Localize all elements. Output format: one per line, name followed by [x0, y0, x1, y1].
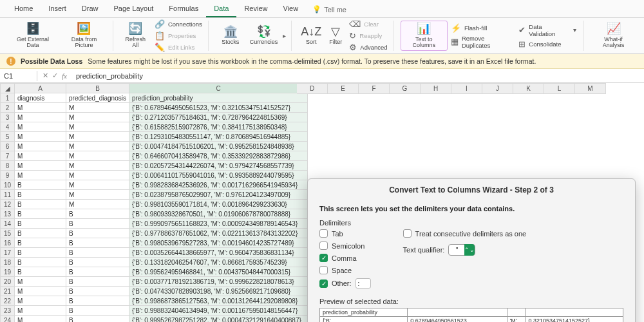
- column-header-I[interactable]: I: [451, 83, 482, 94]
- row-header[interactable]: 3: [1, 113, 15, 122]
- cell[interactable]: {'B': 0.9982836842536926, 'M': 0.0017162…: [129, 180, 307, 190]
- consecutive-delimiters-checkbox[interactable]: Treat consecutive delimiters as one: [403, 229, 527, 238]
- cell[interactable]: B: [66, 229, 129, 238]
- advanced-filter-button[interactable]: ⚙Advanced: [347, 42, 389, 53]
- cell[interactable]: B: [66, 277, 129, 287]
- cell[interactable]: M: [66, 142, 129, 151]
- cell[interactable]: M: [15, 103, 66, 113]
- cell[interactable]: B: [66, 306, 129, 316]
- cell[interactable]: M: [66, 161, 129, 171]
- cell[interactable]: M: [66, 151, 129, 161]
- cell[interactable]: {'B': 0.004741847515106201, 'M': 0.99525…: [129, 142, 307, 151]
- cell[interactable]: M: [15, 113, 66, 122]
- cell[interactable]: B: [15, 180, 66, 190]
- space-checkbox[interactable]: Space: [319, 266, 371, 274]
- cell[interactable]: M: [15, 277, 66, 287]
- tab-review[interactable]: Review: [236, 1, 275, 17]
- text-qualifier-select[interactable]: "⌃⌄: [448, 244, 475, 256]
- cell[interactable]: M: [66, 190, 129, 200]
- cell[interactable]: B: [66, 248, 129, 258]
- row-header[interactable]: 6: [1, 142, 15, 151]
- data-from-picture-button[interactable]: 🖼️Data from Picture: [59, 21, 109, 51]
- row-header[interactable]: 1: [1, 93, 15, 103]
- cell[interactable]: {'B': 0.980939328670501, 'M': 0.01906067…: [129, 209, 307, 219]
- row-header[interactable]: 8: [1, 161, 15, 171]
- other-checkbox[interactable]: ✓Other:: [319, 278, 371, 289]
- cell[interactable]: M: [15, 142, 66, 151]
- column-header-H[interactable]: H: [421, 83, 451, 94]
- column-header-J[interactable]: J: [482, 83, 513, 94]
- cell[interactable]: B: [15, 219, 66, 229]
- cell[interactable]: predicted_diagnosis: [66, 93, 129, 103]
- column-header-E[interactable]: E: [328, 83, 359, 94]
- cell[interactable]: {'B': 0.9778863787651062, 'M': 0.0221136…: [129, 229, 307, 238]
- cell[interactable]: B: [66, 287, 129, 296]
- row-header[interactable]: 16: [1, 238, 15, 248]
- cell[interactable]: B: [15, 190, 66, 200]
- cell[interactable]: {'B': 0.020572543144226074, 'M': 0.97942…: [129, 161, 307, 171]
- row-header[interactable]: 5: [1, 132, 15, 142]
- row-header[interactable]: 12: [1, 200, 15, 209]
- cell[interactable]: M: [15, 296, 66, 306]
- row-header[interactable]: 18: [1, 258, 15, 267]
- cell[interactable]: {'B': 0.6158825159072876, 'M': 0.3841175…: [129, 122, 307, 132]
- cell[interactable]: B: [15, 229, 66, 238]
- cell[interactable]: {'B': 0.9988324046134949, 'M': 0.0011675…: [129, 306, 307, 316]
- row-header[interactable]: 13: [1, 209, 15, 219]
- remove-duplicates-button[interactable]: ▦Remove Duplicates: [449, 34, 515, 50]
- cancel-formula-icon[interactable]: ✕: [43, 71, 48, 80]
- tab-data[interactable]: Data: [206, 1, 236, 17]
- column-header-A[interactable]: A: [15, 84, 66, 93]
- cell[interactable]: M: [66, 171, 129, 180]
- cell[interactable]: M: [15, 316, 66, 323]
- tab-formulas[interactable]: Formulas: [161, 1, 206, 17]
- tell-me[interactable]: 💡 Tell me: [312, 1, 346, 17]
- cell[interactable]: M: [15, 287, 66, 296]
- accept-formula-icon[interactable]: ✓: [52, 71, 58, 80]
- stocks-button[interactable]: 🏛️Stocks: [215, 24, 246, 48]
- spreadsheet-grid[interactable]: ◢ABC 1diagnosispredicted_diagnosispredic…: [0, 83, 308, 322]
- cell[interactable]: M: [15, 306, 66, 316]
- cell[interactable]: M: [66, 200, 129, 209]
- cell[interactable]: B: [15, 258, 66, 267]
- cell[interactable]: {'B': 0.9990975651168823, 'M': 0.0009243…: [129, 219, 307, 229]
- cell[interactable]: prediction_probability: [129, 93, 307, 103]
- cell[interactable]: B: [66, 258, 129, 267]
- row-header[interactable]: 2: [1, 103, 15, 113]
- cell[interactable]: {'B': 0.9986873865127563, 'M': 0.0013126…: [129, 296, 307, 306]
- tab-draw[interactable]: Draw: [74, 1, 106, 17]
- connections-button[interactable]: 🔗Connections: [153, 19, 204, 30]
- cell[interactable]: M: [66, 132, 129, 142]
- cell[interactable]: B: [66, 219, 129, 229]
- column-header-F[interactable]: F: [359, 83, 390, 94]
- refresh-all-button[interactable]: 🔄Refresh All: [120, 21, 151, 51]
- cell[interactable]: B: [15, 209, 66, 219]
- datatypes-more-icon[interactable]: ▸: [281, 32, 287, 39]
- cell[interactable]: B: [15, 248, 66, 258]
- column-header-L[interactable]: L: [544, 83, 575, 94]
- tab-checkbox[interactable]: Tab: [319, 229, 371, 238]
- tab-home[interactable]: Home: [6, 1, 41, 17]
- cell[interactable]: M: [15, 122, 66, 132]
- cell[interactable]: {'B': 0.6789464950561523, 'M': 0.3210534…: [129, 103, 307, 113]
- cell[interactable]: B: [66, 316, 129, 323]
- cell[interactable]: M: [15, 161, 66, 171]
- what-if-button[interactable]: 📈What-if Analysis: [591, 21, 636, 51]
- row-header[interactable]: 14: [1, 219, 15, 229]
- cell[interactable]: {'B': 0.9995267987251282, 'M': 0.0004732…: [129, 316, 307, 323]
- cell[interactable]: B: [66, 267, 129, 277]
- text-to-columns-button[interactable]: 📊Text to Columns: [401, 21, 448, 52]
- row-header[interactable]: 10: [1, 180, 15, 190]
- row-header[interactable]: 15: [1, 229, 15, 238]
- semicolon-checkbox[interactable]: Semicolon: [319, 242, 371, 250]
- cell[interactable]: {'B': 0.9981035590171814, 'M': 0.0018964…: [129, 200, 307, 209]
- cell[interactable]: B: [66, 238, 129, 248]
- row-header[interactable]: 24: [1, 316, 15, 323]
- cell[interactable]: {'B': 0.6466070413589478, 'M': 0.3533929…: [129, 151, 307, 161]
- row-header[interactable]: 9: [1, 171, 15, 180]
- cell[interactable]: diagnosis: [15, 93, 66, 103]
- cell[interactable]: {'B': 0.003526644138665977, 'M': 0.96047…: [129, 248, 307, 258]
- cell[interactable]: M: [15, 132, 66, 142]
- sort-button[interactable]: A↓ZSort: [298, 24, 324, 48]
- cell[interactable]: {'B': 0.02387958765029907, 'M': 0.976120…: [129, 190, 307, 200]
